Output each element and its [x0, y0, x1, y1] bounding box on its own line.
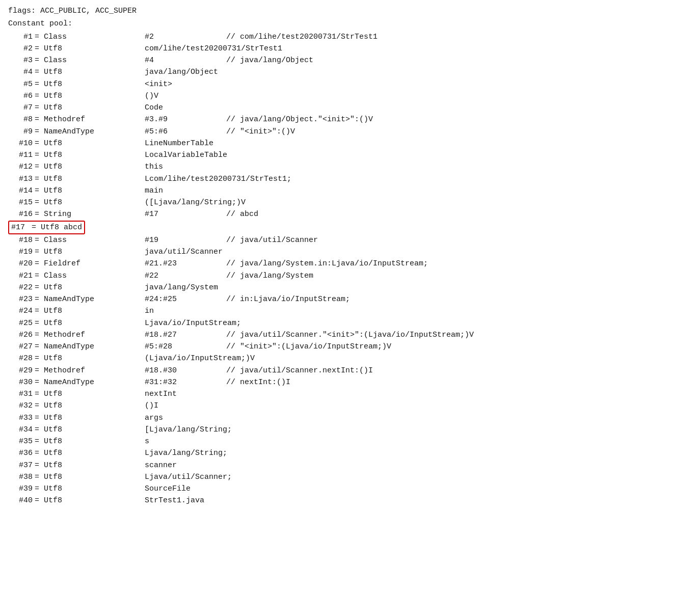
pool-row: #36 = Utf8Ljava/lang/String;: [8, 447, 692, 459]
pool-eq: =: [35, 55, 44, 66]
pool-eq: =: [35, 436, 44, 447]
pool-ref: #19: [145, 234, 226, 246]
pool-row: #4 = Utf8java/lang/Object: [8, 66, 692, 78]
pool-row: #8 = Methodref#3.#9 // java/lang/Object.…: [8, 114, 692, 125]
pool-row: #21 = Class#22 // java/lang/System: [8, 270, 692, 282]
pool-type: Utf8: [44, 102, 141, 114]
pool-index: #33: [8, 412, 35, 424]
pool-index: #23: [8, 293, 35, 305]
pool-row: #14 = Utf8main: [8, 185, 692, 197]
pool-eq: =: [35, 400, 44, 412]
pool-ref: #5:#28: [145, 341, 226, 353]
pool-row: #16 = String#17 // abcd: [8, 208, 692, 220]
pool-type: Class: [44, 55, 141, 66]
pool-eq: =: [35, 460, 44, 471]
pool-index: #15: [8, 197, 35, 208]
pool-row: #33 = Utf8args: [8, 412, 692, 424]
pool-type: Methodref: [44, 365, 141, 376]
pool-type: Class: [44, 270, 141, 282]
pool-ref: abcd: [64, 223, 82, 232]
pool-row: #12 = Utf8this: [8, 161, 692, 173]
pool-type: Utf8: [44, 161, 141, 173]
pool-ref: Ljava/lang/String;: [145, 447, 227, 459]
pool-row: #2 = Utf8com/lihe/test20200731/StrTest1: [8, 43, 692, 55]
pool-comment: // java/lang/System: [226, 270, 313, 282]
pool-index: #13: [8, 173, 35, 185]
pool-ref: [Ljava/lang/String;: [145, 424, 232, 436]
pool-row: #24 = Utf8in: [8, 305, 692, 317]
pool-row: #25 = Utf8Ljava/io/InputStream;: [8, 317, 692, 329]
pool-row: #31 = Utf8nextInt: [8, 388, 692, 400]
pool-eq: =: [35, 412, 44, 424]
pool-type: NameAndType: [44, 293, 141, 305]
pool-eq: =: [35, 102, 44, 114]
pool-comment: // java/lang/Object."<init>":()V: [226, 114, 373, 125]
pool-eq: =: [35, 197, 44, 208]
pool-index: #18: [8, 234, 35, 246]
pool-eq: =: [35, 161, 44, 173]
pool-eq: =: [35, 317, 44, 329]
pool-type: Utf8: [44, 66, 141, 78]
pool-ref: java/lang/System: [145, 282, 226, 293]
pool-comment: // com/lihe/test20200731/StrTest1: [226, 31, 378, 43]
pool-row: #34 = Utf8[Ljava/lang/String;: [8, 424, 692, 436]
pool-type: Utf8: [44, 138, 141, 149]
pool-type: Utf8: [44, 412, 141, 424]
pool-row: #35 = Utf8s: [8, 436, 692, 447]
pool-ref: Ljava/io/InputStream;: [145, 317, 241, 329]
pool-type: NameAndType: [44, 126, 141, 138]
pool-row: #28 = Utf8(Ljava/io/InputStream;)V: [8, 353, 692, 364]
pool-comment: // java/lang/System.in:Ljava/io/InputStr…: [226, 258, 428, 269]
pool-index: #26: [8, 329, 35, 341]
flags-line: flags: ACC_PUBLIC, ACC_SUPER: [8, 5, 692, 17]
pool-eq: =: [35, 173, 44, 185]
pool-row: #39 = Utf8SourceFile: [8, 483, 692, 495]
pool-ref: #31:#32: [145, 376, 226, 388]
pool-index: #11: [8, 149, 35, 161]
pool-ref: <init>: [145, 78, 226, 90]
pool-eq: =: [35, 376, 44, 388]
pool-row: #29 = Methodref#18.#30 // java/util/Scan…: [8, 365, 692, 376]
pool-index: #24: [8, 305, 35, 317]
pool-index: #28: [8, 353, 35, 364]
pool-comment: // java/lang/Object: [226, 55, 313, 66]
pool-eq: =: [35, 471, 44, 483]
pool-index: #37: [8, 460, 35, 471]
pool-eq: =: [35, 483, 44, 495]
pool-row: #38 = Utf8Ljava/util/Scanner;: [8, 471, 692, 483]
pool-row: #23 = NameAndType#24:#25 // in:Ljava/io/…: [8, 293, 692, 305]
pool-row: #26 = Methodref#18.#27 // java/util/Scan…: [8, 329, 692, 341]
pool-row: #6 = Utf8()V: [8, 90, 692, 102]
pool-type: Utf8: [44, 436, 141, 447]
pool-type: Class: [44, 31, 141, 43]
pool-ref: #18.#30: [145, 365, 226, 376]
pool-type: Utf8: [44, 185, 141, 197]
pool-type: Utf8: [44, 460, 141, 471]
pool-eq: =: [35, 78, 44, 90]
pool-row: #3 = Class#4 // java/lang/Object: [8, 55, 692, 66]
pool-eq: =: [35, 185, 44, 197]
pool-ref: #2: [145, 31, 226, 43]
pool-row: #7 = Utf8Code: [8, 102, 692, 114]
pool-ref: #22: [145, 270, 226, 282]
pool-index: #1: [8, 31, 35, 43]
pool-row: #37 = Utf8scanner: [8, 460, 692, 471]
pool-eq: =: [35, 246, 44, 258]
pool-type: Utf8: [44, 483, 141, 495]
pool-ref: #4: [145, 55, 226, 66]
pool-ref: nextInt: [145, 388, 226, 400]
pool-eq: =: [35, 234, 44, 246]
pool-index: #25: [8, 317, 35, 329]
highlight-box: #17 = Utf8 abcd: [8, 221, 85, 234]
pool-eq: =: [35, 353, 44, 364]
pool-index: #19: [8, 246, 35, 258]
header-flags: flags: ACC_PUBLIC, ACC_SUPER Constant po…: [8, 5, 692, 30]
pool-ref: in: [145, 305, 226, 317]
pool-index: #22: [8, 282, 35, 293]
pool-type: NameAndType: [44, 376, 141, 388]
pool-eq: =: [35, 447, 44, 459]
pool-ref: java/lang/Object: [145, 66, 226, 78]
pool-ref: main: [145, 185, 226, 197]
pool-type: Methodref: [44, 329, 141, 341]
pool-ref: ()V: [145, 90, 226, 102]
